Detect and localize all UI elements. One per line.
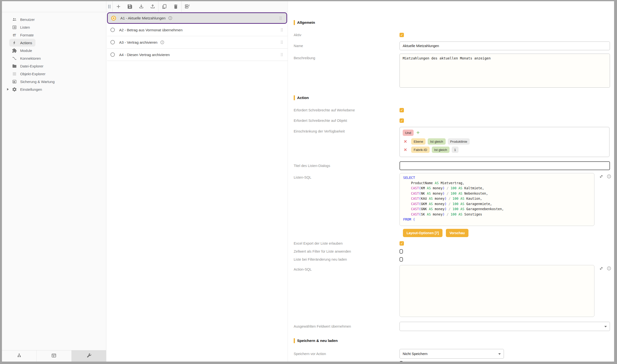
action-row-a1[interactable]: A1 - Aktuelle Mietzahlungen	[107, 12, 287, 24]
sidebar-item-einstellungen[interactable]: Einstellungen	[2, 85, 106, 93]
field-label: Einschränkung der Verfügbarkeit	[294, 127, 400, 133]
sidebar-item-label: Datei-Explorer	[20, 64, 43, 68]
panel-resize-handle[interactable]	[106, 5, 112, 9]
radio-icon[interactable]	[110, 40, 115, 44]
section-action: Action	[294, 95, 607, 100]
vorschau-button[interactable]: Vorschau	[446, 229, 469, 237]
liste-neu-laden-checkbox[interactable]	[400, 257, 403, 262]
sidebar-item-module[interactable]: Module	[2, 47, 106, 54]
expand-arrow-icon[interactable]	[7, 88, 9, 91]
tab-layout-view[interactable]	[37, 351, 71, 362]
action-row-a3[interactable]: A3 - Vertrag archivieren	[107, 36, 288, 49]
feldwert-select[interactable]	[400, 322, 610, 331]
field-label: Erfordert Schreibrechte auf Werkebene	[294, 108, 400, 112]
grid-dots-icon	[12, 71, 17, 77]
radio-icon[interactable]	[110, 52, 115, 57]
action-row-a4[interactable]: A4 - Diesen Vertrag archivieren	[107, 49, 288, 61]
radio-icon[interactable]	[110, 28, 115, 32]
gear-icon	[12, 87, 17, 92]
sidebar-item-formate[interactable]: tT Formate	[2, 31, 106, 39]
condition-row: ✕ Ebene Ist gleich Produktlinie	[404, 138, 606, 145]
app-window: Benutzer Listen tT Formate	[0, 0, 617, 364]
availability-editor: Und + ✕ Ebene Ist gleich Produktlinie ✕ …	[400, 127, 609, 157]
wrench-icon	[86, 353, 92, 359]
speichern-vor-select[interactable]: Nicht Speichern	[400, 349, 504, 359]
list-toolbar	[106, 1, 288, 12]
action-list-button[interactable]	[182, 1, 193, 12]
action-row-label: A2 - Betrag aus Vormonat übernehmen	[119, 28, 183, 32]
sidebar-item-label: Module	[20, 49, 32, 53]
drag-handle-icon[interactable]	[279, 52, 284, 57]
schreibrechte-objekt-checkbox[interactable]: ✓	[400, 118, 404, 123]
speichern-nach-checkbox[interactable]	[400, 361, 403, 362]
zellwert-filter-checkbox[interactable]	[400, 249, 403, 254]
action-detail-form: Allgemein Aktiv ✓ Name Beschreibung Miet…	[288, 1, 614, 362]
sidebar-item-label: Sicherung & Wartung	[20, 80, 55, 84]
drag-handle-icon[interactable]	[278, 16, 283, 21]
beschreibung-textarea[interactable]: Mietzahlungen des aktuellen Monats anzei…	[400, 54, 610, 88]
field-label: Speichern vor Action	[294, 352, 400, 356]
info-icon[interactable]	[606, 174, 611, 179]
condition-value-chip[interactable]: 1	[452, 147, 459, 153]
info-icon[interactable]	[160, 40, 165, 45]
field-label: Zellwert als Filter für Liste anwenden	[294, 249, 400, 253]
field-speichern-nach: Speichern nach Action	[294, 361, 607, 362]
action-list: A1 - Aktuelle Mietzahlungen A2 - Betrag …	[107, 12, 288, 61]
duplicate-button[interactable]	[158, 1, 170, 12]
name-input[interactable]	[400, 41, 610, 50]
tab-settings-view[interactable]	[72, 351, 106, 362]
remove-condition-icon[interactable]: ✕	[404, 147, 407, 152]
condition-field-chip[interactable]: Ebene	[411, 138, 425, 145]
layout-icon	[51, 353, 57, 359]
remove-condition-icon[interactable]: ✕	[404, 139, 407, 144]
add-button[interactable]	[113, 1, 124, 12]
expand-icon[interactable]	[599, 266, 604, 271]
info-icon[interactable]	[168, 16, 172, 20]
excel-export-checkbox[interactable]: ✓	[400, 241, 404, 246]
field-beschreibung: Beschreibung Mietzahlungen des aktuellen…	[294, 54, 607, 88]
schreibrechte-werkebene-checkbox[interactable]: ✓	[400, 108, 404, 112]
listen-sql-editor[interactable]: SELECT ProductName AS Mietvertrag, CAST(…	[400, 173, 594, 226]
expand-icon[interactable]	[599, 174, 604, 179]
field-titel-listen-dialog: Titel des Listen-Dialogs	[294, 161, 607, 170]
sidebar-item-label: Einstellungen	[20, 87, 42, 91]
save-button[interactable]	[124, 1, 135, 12]
users-icon	[12, 17, 17, 22]
sidebar-item-benutzer[interactable]: Benutzer	[2, 15, 106, 23]
drag-handle-icon[interactable]	[279, 27, 284, 32]
field-schreibrechte-objekt: Erfordert Schreibrechte auf Objekt ✓	[294, 117, 607, 125]
sidebar-item-sicherung-wartung[interactable]: Sicherung & Wartung	[2, 78, 106, 85]
field-schreibrechte-werkebene: Erfordert Schreibrechte auf Werkebene ✓	[294, 106, 607, 114]
folder-icon	[12, 63, 17, 69]
field-zellwert-filter: Zellwert als Filter für Liste anwenden	[294, 249, 607, 254]
sidebar-item-label: Actions	[20, 41, 32, 45]
tab-tree-view[interactable]	[2, 351, 37, 362]
add-condition-icon[interactable]: +	[417, 130, 420, 135]
sidebar-item-datei-explorer[interactable]: Datei-Explorer	[2, 62, 106, 70]
download-button[interactable]	[135, 1, 147, 12]
sidebar-item-konnektoren[interactable]: Konnektoren	[2, 54, 106, 62]
action-sql-editor[interactable]	[400, 265, 594, 317]
list-icon	[12, 25, 17, 30]
action-row-a2[interactable]: A2 - Betrag aus Vormonat übernehmen	[107, 24, 288, 36]
condition-value-chip[interactable]: Produktlinie	[448, 138, 470, 145]
operator-chip[interactable]: Und	[403, 130, 414, 136]
condition-field-chip[interactable]: Fabrik-ID	[411, 147, 430, 153]
info-icon[interactable]	[606, 266, 611, 271]
sidebar-item-objekt-explorer[interactable]: Objekt-Explorer	[2, 70, 106, 78]
condition-operator-chip[interactable]: Ist gleich	[432, 147, 449, 153]
aktiv-checkbox[interactable]: ✓	[400, 33, 404, 37]
sidebar-item-label: Listen	[20, 25, 30, 29]
select-value: Nicht Speichern	[403, 352, 427, 356]
upload-button[interactable]	[147, 1, 158, 12]
sidebar: Benutzer Listen tT Formate	[2, 1, 106, 362]
layout-options-button[interactable]: Layout-Optionen [7]	[403, 229, 443, 237]
titel-listen-dialog-input[interactable]	[400, 161, 610, 170]
condition-operator-chip[interactable]: Ist gleich	[428, 138, 446, 145]
drag-handle-icon[interactable]	[279, 40, 284, 45]
radio-selected-icon[interactable]	[111, 16, 116, 21]
action-row-label: A4 - Diesen Vertrag archivieren	[119, 53, 170, 57]
sidebar-item-listen[interactable]: Listen	[2, 23, 106, 31]
sidebar-item-actions[interactable]: Actions	[2, 39, 106, 47]
delete-button[interactable]	[170, 1, 181, 12]
